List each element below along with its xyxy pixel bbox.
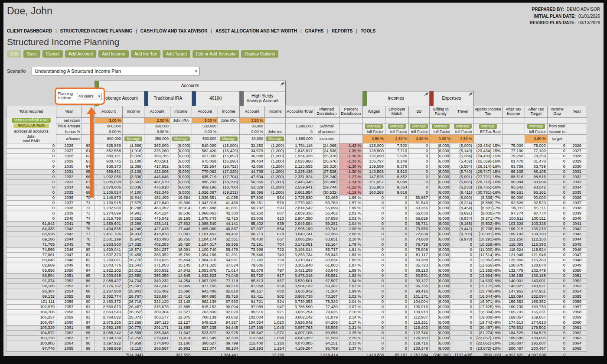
prepared-by-label: PREPARED BY: bbox=[532, 7, 564, 12]
data-cell: 86,184 bbox=[218, 346, 239, 351]
manage-button[interactable]: Manage bbox=[365, 124, 383, 129]
data-cell: 0 bbox=[362, 242, 385, 247]
data-cell: (5,740) bbox=[452, 169, 473, 175]
nav-client-dashboard[interactable]: CLIENT DASHBOARD bbox=[7, 29, 52, 33]
data-cell: (6,000) bbox=[170, 164, 192, 169]
data-cell: (1,200) bbox=[264, 180, 285, 185]
table-row: 106,2572059932,768,822(25,373)303,17712,… bbox=[7, 315, 587, 320]
data-cell: 2042 bbox=[56, 227, 82, 232]
group-color-tab bbox=[240, 91, 244, 106]
config-cell: initial amount bbox=[56, 123, 82, 129]
planning-horizon-select[interactable]: 40 years ▾ bbox=[77, 93, 102, 100]
data-cell: 0 bbox=[547, 305, 567, 310]
data-cell: 2055 bbox=[56, 294, 82, 299]
data-cell: (19,232) bbox=[218, 190, 239, 195]
data-cell: 0 bbox=[362, 237, 385, 242]
nav-structured-income-planning[interactable]: STRUCTURED INCOME PLANNING bbox=[52, 29, 132, 33]
data-cell: 151,657 bbox=[362, 180, 385, 185]
manage-button[interactable]: Manage bbox=[220, 136, 238, 141]
data-cell: (26,716) bbox=[122, 299, 144, 305]
data-cell: 71,014 bbox=[218, 268, 239, 273]
data-cell: 60,741 bbox=[314, 227, 339, 232]
manage-button[interactable]: Manage bbox=[266, 136, 284, 141]
config-cell: 500,000 bbox=[192, 123, 218, 129]
data-cell: 34,579 bbox=[239, 149, 264, 154]
manage-button[interactable]: Manage bbox=[527, 124, 545, 129]
manage-button[interactable]: Manage bbox=[172, 136, 190, 141]
data-cell: (18,198) bbox=[218, 180, 239, 185]
data-cell: 49,432 bbox=[218, 232, 239, 237]
highlight-box: Planning Horizon 40 years ▾ bbox=[55, 88, 105, 105]
manage-button[interactable]: Manage bbox=[124, 136, 142, 141]
nav-reports[interactable]: REPORTS bbox=[323, 29, 352, 33]
data-cell: 371,053 bbox=[144, 263, 170, 268]
data-cell: (29,744) bbox=[314, 185, 339, 190]
edit-button[interactable]: Edit bbox=[7, 50, 21, 58]
prepared-by-line: PREPARED BY:DEMO ADVISOR bbox=[529, 6, 600, 13]
data-cell: 309,364 bbox=[144, 310, 170, 315]
pin-icon[interactable] bbox=[280, 81, 285, 86]
revised-plan-date-value: 03/13/2026 bbox=[578, 20, 600, 25]
data-cell: 53,769 bbox=[314, 201, 339, 206]
view-beneficial-rmd-button[interactable]: View Beneficial RMD bbox=[12, 118, 50, 123]
add-account-button[interactable]: Add Account bbox=[65, 50, 96, 58]
data-cell: (28,716)-16% bbox=[473, 180, 502, 185]
data-cell: 90,000 bbox=[502, 195, 525, 201]
add-inc-tax-button[interactable]: Add Inc Tax bbox=[131, 50, 160, 58]
display-options-button[interactable]: Display Options bbox=[241, 50, 278, 58]
nav-asset-allocation-and-net-worth[interactable]: ASSET ALLOCATION AND NET WORTH bbox=[207, 29, 297, 33]
manage-button[interactable]: Manage bbox=[432, 124, 450, 129]
data-cell: (26,747)-15% bbox=[473, 169, 502, 175]
edit-or-add-scenario-button[interactable]: Edit or Add Scenario bbox=[193, 50, 239, 58]
data-cell: 0 bbox=[385, 247, 408, 253]
column-header: Income bbox=[170, 106, 192, 117]
scenario-select[interactable]: Understanding A Structured Income Plan ▾ bbox=[32, 67, 200, 75]
data-cell: 3,530,501 bbox=[285, 279, 314, 284]
data-cell: 132,479 bbox=[525, 268, 547, 273]
total-cell: 4,997,630 bbox=[502, 351, 525, 356]
data-cell: 115,408 bbox=[239, 341, 264, 346]
config-cell bbox=[339, 129, 362, 134]
data-cell: (6,000) bbox=[429, 201, 452, 206]
data-cell: 2046 bbox=[567, 247, 587, 253]
scenario-value: Understanding A Structured Income Plan bbox=[35, 68, 121, 74]
data-cell: 1,100,740 bbox=[192, 247, 218, 253]
total-cell bbox=[239, 351, 264, 356]
total-cell: (514,344) bbox=[122, 351, 144, 356]
nav-tools[interactable]: TOOLS bbox=[352, 29, 375, 33]
data-cell: 3,142,051 bbox=[285, 242, 314, 247]
data-cell: 0 bbox=[385, 258, 408, 263]
nav-graphs[interactable]: GRAPHS bbox=[297, 29, 323, 33]
pin-icon[interactable] bbox=[424, 92, 429, 97]
manage-button[interactable]: Manage bbox=[410, 124, 428, 129]
data-cell: 2,362,774 bbox=[95, 294, 122, 299]
pin-icon[interactable] bbox=[468, 92, 473, 97]
manage-button[interactable]: Manage bbox=[479, 124, 497, 129]
data-cell: 2044 bbox=[56, 237, 82, 242]
data-cell: 0 bbox=[452, 305, 473, 310]
save-button[interactable]: Save bbox=[23, 50, 40, 58]
manage-button[interactable]: Manage bbox=[454, 124, 472, 129]
manage-button[interactable]: Manage bbox=[388, 124, 406, 129]
data-cell: 189,695 bbox=[502, 336, 525, 341]
data-cell: 3,584,132 bbox=[285, 284, 314, 289]
data-cell: (25,681) bbox=[122, 284, 144, 289]
data-cell: (26,318) bbox=[314, 164, 339, 169]
data-cell: 94 bbox=[82, 320, 95, 325]
add-income-button[interactable]: Add Income bbox=[98, 50, 128, 58]
data-cell: 0 bbox=[362, 320, 385, 325]
cancel-button[interactable]: Cancel bbox=[42, 50, 63, 58]
data-cell: 14,254 bbox=[170, 279, 192, 284]
data-cell: 11,885 bbox=[170, 325, 192, 331]
toolbar: Edit Save Cancel Add Account Add Income … bbox=[3, 47, 604, 58]
client-name: Doe, John bbox=[7, 5, 52, 26]
nav-cash-flow-and-tax-advisor[interactable]: CASH FLOW AND TAX ADVISOR bbox=[132, 29, 207, 33]
data-cell: (6,000) bbox=[429, 237, 452, 242]
add-target-button[interactable]: Add Target bbox=[163, 50, 190, 58]
regular-rmd-button[interactable]: REGULAR RMD bbox=[13, 124, 49, 128]
data-cell: 2041 bbox=[56, 221, 82, 227]
data-cell: 64,591 bbox=[218, 258, 239, 263]
data-cell: (9,502)-8% bbox=[473, 221, 502, 227]
data-cell: 86,596 bbox=[314, 325, 339, 331]
data-cell: (6,000) bbox=[429, 325, 452, 331]
